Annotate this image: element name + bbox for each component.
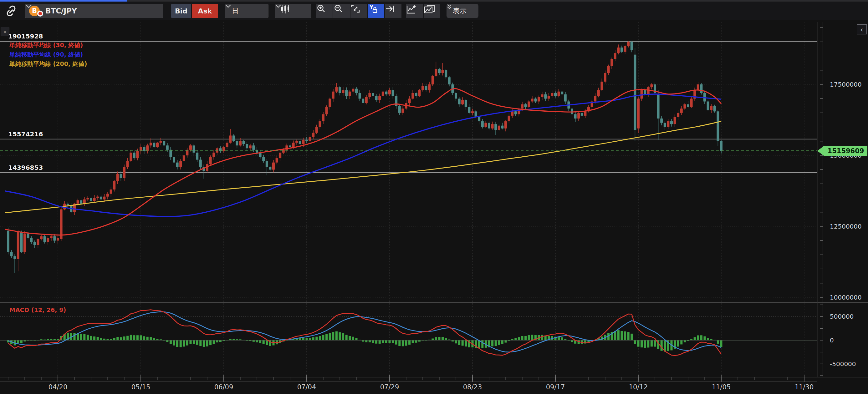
progress-track <box>0 0 868 2</box>
price-line-label-low: 14396853 <box>8 164 43 171</box>
chevron-down-icon <box>25 4 32 8</box>
zoom-out-button[interactable] <box>333 4 350 18</box>
indicator-legend: 単純移動平均線 (30, 終値) 単純移動平均線 (90, 終値) 単純移動平均… <box>9 40 87 68</box>
date-tick-label: 07/04 <box>297 383 316 391</box>
symbol-selector[interactable]: B BTC/JPY <box>25 4 163 18</box>
trading-app: 175000001500000012500000100000005000000-… <box>0 0 868 394</box>
price-tick-label: 12500000 <box>830 223 862 230</box>
date-tick-label: 10/12 <box>629 383 648 391</box>
price-line-label-mid: 15574216 <box>8 130 43 138</box>
legend-sma200: 単純移動平均線 (200, 終値) <box>9 59 87 68</box>
date-tick-label: 06/09 <box>214 383 234 391</box>
current-price-tag: 15159609 <box>817 146 867 156</box>
legend-sma90: 単純移動平均線 (90, 終値) <box>9 50 87 59</box>
link-icon <box>4 4 17 16</box>
legend-sma30: 単純移動平均線 (30, 終値) <box>9 40 87 50</box>
macd-tick-label: -500000 <box>830 360 856 368</box>
date-tick-label: 05/15 <box>131 383 151 391</box>
jpy-flag-icon <box>37 11 43 17</box>
display-menu-button[interactable]: 表示 <box>446 4 478 18</box>
double-chevron-down-icon <box>446 4 452 10</box>
price-tick-label: 10000000 <box>830 294 862 301</box>
macd-tick-label: 500000 <box>830 313 854 320</box>
panel-collapse-button[interactable]: ‹ <box>857 24 867 34</box>
symbol-label: BTC/JPY <box>45 7 77 15</box>
price-tick-label: 17500000 <box>830 81 862 88</box>
progress-bar <box>0 0 127 2</box>
sidebar-expander-button[interactable]: » <box>1 27 9 36</box>
date-tick-label: 04/20 <box>49 383 68 391</box>
bid-button[interactable]: Bid <box>171 4 191 18</box>
link-button[interactable] <box>4 4 19 18</box>
date-tick-label: 07/29 <box>380 383 399 391</box>
current-price-value: 15159609 <box>828 147 864 155</box>
fit-chart-button[interactable] <box>350 4 367 18</box>
timeframe-label: 日 <box>232 6 239 15</box>
chevron-down-icon <box>275 4 281 8</box>
y-axis-lock-button[interactable]: Y <box>368 4 384 18</box>
toolbar: B BTC/JPY Bid Ask 日 <box>0 0 868 20</box>
display-label: 表示 <box>453 6 467 15</box>
overlay-chart-icon <box>424 4 435 14</box>
macd-tick-label: 0 <box>830 336 834 344</box>
go-to-latest-button[interactable] <box>385 4 401 18</box>
date-tick-label: 11/05 <box>712 383 731 391</box>
compare-overlay-button[interactable] <box>424 4 440 18</box>
chart-area[interactable]: 175000001500000012500000100000005000000-… <box>0 0 868 394</box>
chart-type-selector[interactable] <box>275 4 311 18</box>
ask-button[interactable]: Ask <box>192 4 218 18</box>
arrow-to-end-icon <box>385 4 395 14</box>
zoom-in-icon <box>316 4 326 14</box>
date-tick-label: 08/23 <box>463 383 482 391</box>
candlestick-icon <box>280 4 291 14</box>
zoom-in-button[interactable] <box>316 4 333 18</box>
date-tick-label: 11/30 <box>795 383 814 391</box>
macd-legend: MACD (12, 26, 9) <box>9 306 66 313</box>
chart-canvas[interactable]: 175000001500000012500000100000005000000-… <box>0 0 868 394</box>
indicator-plus-icon <box>406 4 417 14</box>
y-axis-lock-icon: Y <box>368 4 378 14</box>
price-line-label-high: 19015928 <box>8 33 43 40</box>
add-indicator-button[interactable] <box>406 4 423 18</box>
fit-screen-icon <box>350 4 361 14</box>
zoom-out-icon <box>333 4 343 14</box>
chevron-down-icon <box>225 4 231 8</box>
date-tick-label: 09/17 <box>546 383 565 391</box>
timeframe-selector[interactable]: 日 <box>225 4 269 18</box>
